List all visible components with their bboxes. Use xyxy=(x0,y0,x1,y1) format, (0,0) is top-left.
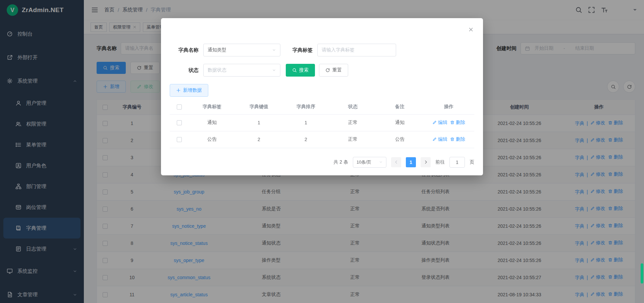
chevron-down-icon xyxy=(272,48,276,52)
delete-link-label: 删除 xyxy=(456,120,465,126)
search-icon xyxy=(292,68,297,73)
page-unit-label: 页 xyxy=(470,159,474,165)
table-header-row: 字典标签 字典键值 字典排序 状态 备注 操作 xyxy=(170,99,474,114)
add-data-button[interactable]: 新增数据 xyxy=(170,84,208,97)
dict-data-table: 字典标签 字典键值 字典排序 状态 备注 操作 通知11正常通知编辑删除公告22… xyxy=(170,99,474,148)
status-placeholder: 数据状态 xyxy=(208,67,226,73)
cell-dict-label: 公告 xyxy=(189,131,235,148)
delete-link-label: 删除 xyxy=(456,136,465,142)
cell-status: 正常 xyxy=(329,131,376,148)
col-dict-label: 字典标签 xyxy=(189,99,235,114)
add-data-label: 新增数据 xyxy=(183,87,202,93)
page-1-button[interactable]: 1 xyxy=(406,157,416,167)
pagination: 共 2 条 10条/页 1 前往 1 页 xyxy=(170,157,474,168)
cell-remark: 公告 xyxy=(376,131,423,148)
modal-reset-button[interactable]: 重置 xyxy=(319,64,348,77)
cell-dict-sort: 1 xyxy=(282,114,329,131)
trash-icon xyxy=(450,137,454,141)
dialog-close-icon[interactable] xyxy=(468,27,474,32)
modal-form-row-2: 状态 数据状态 搜索 重置 xyxy=(170,64,474,77)
prev-page-button[interactable] xyxy=(391,157,401,167)
cell-dict-value: 2 xyxy=(235,131,282,148)
col-dict-sort: 字典排序 xyxy=(282,99,329,114)
delete-link[interactable]: 删除 xyxy=(450,120,465,126)
select-all-checkbox[interactable] xyxy=(177,104,182,110)
delete-link[interactable]: 删除 xyxy=(450,136,465,142)
modal-dict-name-select[interactable]: 通知类型 xyxy=(203,44,280,56)
cell-dict-sort: 2 xyxy=(282,131,329,148)
dict-label-placeholder: 请输入字典标签 xyxy=(322,47,355,53)
modal-search-button[interactable]: 搜索 xyxy=(286,64,315,77)
modal-reset-label: 重置 xyxy=(332,67,342,73)
col-remark: 备注 xyxy=(376,99,423,114)
modal-form-row-1: 字典名称 通知类型 字典标签 请输入字典标签 xyxy=(170,44,474,56)
trash-icon xyxy=(450,120,454,125)
edit-link[interactable]: 编辑 xyxy=(432,136,447,142)
chevron-down-icon xyxy=(272,68,276,72)
selected-dict-name: 通知类型 xyxy=(208,47,226,53)
pagination-total: 共 2 条 xyxy=(333,159,348,165)
goto-label: 前往 xyxy=(435,159,445,165)
scrollbar-thumb[interactable] xyxy=(641,263,643,284)
cell-status: 正常 xyxy=(329,114,376,131)
edit-link-label: 编辑 xyxy=(438,120,447,126)
row-checkbox[interactable] xyxy=(177,120,182,125)
modal-search-label: 搜索 xyxy=(299,67,309,73)
plus-icon xyxy=(176,88,181,93)
refresh-icon xyxy=(325,68,330,73)
page-size-select[interactable]: 10条/页 xyxy=(353,157,386,168)
next-page-button[interactable] xyxy=(421,157,431,167)
modal-status-label: 状态 xyxy=(170,67,199,74)
pencil-icon xyxy=(432,137,437,141)
edit-link-label: 编辑 xyxy=(438,136,447,142)
modal-dict-label-label: 字典标签 xyxy=(280,47,313,53)
modal-status-select[interactable]: 数据状态 xyxy=(203,64,280,77)
edit-link[interactable]: 编辑 xyxy=(432,120,447,126)
col-dict-value: 字典键值 xyxy=(235,99,282,114)
modal-dict-name-label: 字典名称 xyxy=(170,47,199,53)
page-size-value: 10条/页 xyxy=(357,159,371,165)
cell-remark: 通知 xyxy=(376,114,423,131)
col-status: 状态 xyxy=(329,99,376,114)
table-row: 公告22正常公告编辑删除 xyxy=(170,131,474,148)
cell-dict-label: 通知 xyxy=(189,114,235,131)
pencil-icon xyxy=(432,120,437,125)
row-checkbox[interactable] xyxy=(177,137,182,142)
table-row: 通知11正常通知编辑删除 xyxy=(170,114,474,131)
cell-dict-value: 1 xyxy=(235,114,282,131)
dict-data-dialog: 字典名称 通知类型 字典标签 请输入字典标签 状态 数据状态 搜索 重置 新增数… xyxy=(161,18,483,175)
dict-label-input[interactable]: 请输入字典标签 xyxy=(317,44,396,56)
goto-page-input[interactable]: 1 xyxy=(449,157,465,168)
chevron-down-icon xyxy=(379,160,383,164)
col-operations: 操作 xyxy=(423,99,474,114)
